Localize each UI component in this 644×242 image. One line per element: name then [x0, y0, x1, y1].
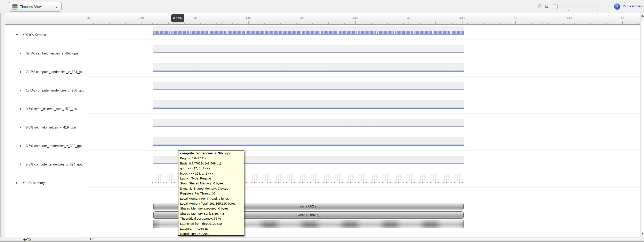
time-marker-pill[interactable]: 0.839s	[171, 14, 184, 22]
ruler-tick	[312, 23, 313, 24]
tree-row-label: 6.3% set_halo_values_x_419_gpu	[26, 126, 76, 129]
ruler-tick	[360, 23, 361, 24]
left-splitter-strip[interactable]	[0, 13, 2, 237]
kernel-activity-band[interactable]	[153, 63, 464, 72]
kernel-activity-band[interactable]	[153, 137, 464, 146]
expand-icon[interactable]	[20, 71, 21, 73]
kernel-activity-band[interactable]	[153, 82, 464, 90]
ruler-tick-label: 1s	[194, 16, 197, 19]
tree-row-label: >99.9% Kernels	[22, 33, 46, 37]
ruler-tick	[158, 23, 158, 24]
ruler-tick	[88, 21, 88, 24]
zoom-slider-handle[interactable]	[553, 5, 558, 9]
tree-row-kernel-3[interactable]: 18.0% compute_tendencies_x_286_gpu	[5, 81, 87, 100]
ruler-tick	[628, 23, 628, 24]
expand-icon[interactable]	[20, 126, 21, 129]
ruler-tick	[505, 23, 505, 24]
ruler-tick	[424, 23, 425, 24]
row-separator	[87, 39, 640, 40]
ruler-tick	[585, 23, 585, 24]
zoom-slider-track[interactable]	[554, 7, 601, 8]
tree-row-kernel-4[interactable]: 9.6% semi_discrete_step_257_gpu	[5, 100, 87, 118]
ruler-tick	[163, 23, 163, 24]
kernel-activity-band[interactable]	[153, 45, 464, 53]
slider-tick	[583, 10, 583, 11]
ruler-tick	[435, 22, 436, 24]
expand-icon[interactable]	[20, 107, 21, 110]
ruler-tick	[200, 23, 200, 24]
ruler-tick	[147, 23, 147, 24]
ruler-tick	[136, 23, 136, 24]
tree-row-kernel-7[interactable]: 5.5% compute_tendencies_x_324_gpu	[5, 155, 87, 174]
nvtx-range-label: init [2.882 s]	[300, 204, 317, 208]
tree-row-kernel-2[interactable]: 22.5% compute_tendencies_z_354_gpu	[5, 63, 87, 81]
kernel-activity-band[interactable]	[153, 119, 464, 127]
tooltip-line: Launch Type: Regular	[180, 176, 242, 181]
ruler-tick-area[interactable]: 0s0.5s1s1.5s2s2.5s3s3.5s4s4.5s5s0.839s	[87, 13, 640, 24]
ruler-tick	[104, 23, 104, 24]
nsight-timeline-window: Timeline View 1x i 15 messages 0s0.5s1s1…	[0, 0, 644, 242]
expand-icon[interactable]	[20, 52, 21, 55]
tooltip-line: Correlation ID: 22984	[180, 231, 242, 236]
tree-row-kernel-6[interactable]: 5.6% compute_tendencies_z_392_gpu	[5, 137, 87, 155]
ruler-tick	[569, 21, 569, 24]
ruler-tick	[243, 23, 243, 24]
vertical-scrollbar[interactable]	[640, 13, 644, 237]
kernel-instances-bar[interactable]	[153, 52, 464, 53]
tooltip-line: Dynamic Shared Memory: 0 bytes	[180, 186, 242, 191]
ruler-tick	[456, 23, 457, 24]
view-selector-dropdown[interactable]: Timeline View	[8, 2, 62, 12]
vertical-scroll-thumb[interactable]	[641, 20, 644, 236]
tree-row-memory[interactable]: <0.1% Memory	[5, 174, 87, 192]
ruler-tick	[387, 23, 388, 24]
info-icon[interactable]: i	[614, 4, 620, 10]
ruler-tick	[473, 23, 473, 24]
ruler-tick	[323, 23, 324, 24]
scroll-up-button[interactable]	[641, 13, 644, 19]
expand-icon[interactable]	[20, 145, 21, 147]
horizontal-scroll-thumb[interactable]	[93, 237, 639, 240]
ruler-tick-label: 0.5s	[139, 16, 144, 19]
ruler-tick-label: 2.5s	[352, 16, 358, 19]
tooltip-line: Theoretical occupancy: 75 %	[180, 216, 242, 221]
tree-row-label: 22.5% compute_tendencies_z_354_gpu	[26, 70, 84, 74]
kernel-instances-bar[interactable]	[153, 31, 464, 35]
tooltip-line: Ends: 0.847623s (+1.568 µs)	[180, 161, 242, 166]
ruler-tick	[179, 23, 179, 24]
ruler-tick	[376, 23, 377, 24]
ruler-tick	[174, 23, 174, 24]
scroll-left-button[interactable]	[88, 237, 93, 241]
ruler-tick	[430, 23, 430, 24]
tree-row-label: 5.6% compute_tendencies_z_392_gpu	[26, 144, 83, 148]
scroll-down-button[interactable]	[641, 231, 644, 237]
ruler-tick	[168, 22, 168, 24]
kernel-instances-bar[interactable]	[153, 107, 464, 108]
ruler-tick	[334, 23, 334, 24]
tooltip-line: Registers Per Thread: 36	[180, 191, 242, 196]
messages-link[interactable]: 15 messages	[622, 5, 642, 8]
row-separator	[87, 132, 640, 132]
ruler-tick-label: 3s	[407, 16, 410, 19]
expand-icon[interactable]	[16, 182, 17, 184]
ruler-tick	[270, 23, 270, 24]
kernel-activity-band[interactable]	[153, 26, 464, 35]
tooltip-line: Begins: 0.847621s	[180, 156, 242, 161]
expand-icon[interactable]	[20, 89, 21, 92]
kernel-activity-band[interactable]	[153, 100, 464, 108]
kernel-instances-bar[interactable]	[153, 89, 464, 90]
ruler-tick	[344, 23, 345, 24]
ruler-tick	[99, 23, 99, 24]
ruler-tick	[612, 23, 612, 24]
ruler-tick	[382, 22, 382, 24]
horizontal-scrollbar[interactable]	[87, 237, 640, 240]
kernel-instances-bar[interactable]	[153, 71, 464, 72]
tree-row-kernel-5[interactable]: 6.3% set_halo_values_x_419_gpu	[5, 118, 87, 137]
expand-icon[interactable]	[20, 163, 21, 166]
kernel-instances-bar[interactable]	[153, 126, 464, 127]
kernel-instances-bar[interactable]	[153, 145, 464, 146]
collapse-icon[interactable]	[16, 34, 18, 36]
ruler-tick	[451, 23, 452, 24]
tooltip-line: block: <<<128, 1, 1>>>	[180, 171, 242, 176]
tree-row-kernel-0[interactable]: >99.9% Kernels	[5, 26, 87, 44]
tree-row-kernel-1[interactable]: 32.5% set_halo_values_z_462_gpu	[5, 44, 87, 63]
